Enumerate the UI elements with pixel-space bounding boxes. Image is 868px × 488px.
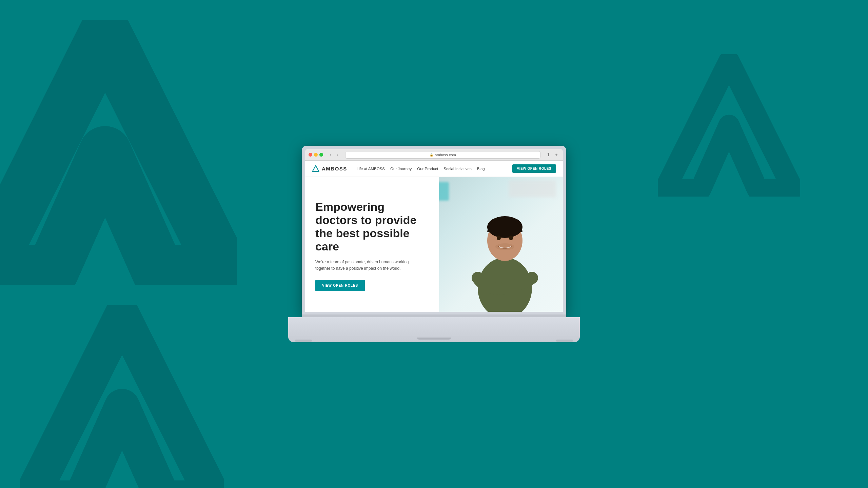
traffic-light-yellow[interactable] bbox=[314, 153, 318, 157]
browser-actions: ⬆ + bbox=[545, 152, 559, 158]
nav-link-social[interactable]: Social Initiatives bbox=[443, 167, 471, 171]
address-bar[interactable]: 🔒 amboss.com bbox=[345, 151, 540, 159]
nav-cta-button[interactable]: VIEW OPEN ROLES bbox=[512, 164, 556, 173]
svg-point-9 bbox=[509, 236, 513, 240]
lock-icon: 🔒 bbox=[430, 153, 433, 157]
traffic-light-red[interactable] bbox=[309, 153, 312, 157]
nav-link-journey[interactable]: Our Journey bbox=[390, 167, 412, 171]
nav-link-product[interactable]: Our Product bbox=[417, 167, 438, 171]
site-logo: AMBOSS bbox=[312, 165, 347, 172]
hero-cta-button[interactable]: VIEW OPEN ROLES bbox=[315, 280, 365, 291]
hero-content-left: Empowering doctors to provide the best p… bbox=[305, 177, 439, 312]
hero-image-right bbox=[418, 177, 563, 312]
logo-triangle-icon bbox=[312, 165, 319, 172]
bg-logo-bottom bbox=[20, 305, 224, 488]
hero-headline: Empowering doctors to provide the best p… bbox=[315, 200, 429, 253]
laptop-feet-right bbox=[556, 340, 573, 342]
new-tab-icon[interactable]: + bbox=[553, 152, 559, 158]
svg-marker-1 bbox=[31, 315, 214, 488]
nav-link-blog[interactable]: Blog bbox=[477, 167, 485, 171]
svg-marker-3 bbox=[312, 165, 319, 171]
browser-nav-arrows: ‹ › bbox=[327, 152, 340, 158]
svg-point-10 bbox=[495, 243, 514, 250]
laptop-feet-left bbox=[295, 340, 312, 342]
laptop-hinge bbox=[302, 314, 566, 317]
browser-window: ‹ › 🔒 amboss.com ⬆ + bbox=[305, 149, 563, 312]
bg-logo-right bbox=[658, 54, 800, 197]
url-text: amboss.com bbox=[435, 153, 456, 157]
site-nav: AMBOSS Life at AMBOSS Our Journey Our Pr… bbox=[305, 161, 563, 177]
svg-point-8 bbox=[497, 236, 501, 240]
svg-marker-0 bbox=[0, 34, 224, 271]
browser-toolbar: ‹ › 🔒 amboss.com ⬆ + bbox=[305, 149, 563, 161]
nav-link-life[interactable]: Life at AMBOSS bbox=[357, 167, 385, 171]
share-icon[interactable]: ⬆ bbox=[545, 152, 551, 158]
nav-links: Life at AMBOSS Our Journey Our Product S… bbox=[357, 167, 512, 171]
website-content: AMBOSS Life at AMBOSS Our Journey Our Pr… bbox=[305, 161, 563, 312]
hero-section: Empowering doctors to provide the best p… bbox=[305, 177, 563, 312]
laptop-screen-bezel: ‹ › 🔒 amboss.com ⬆ + bbox=[302, 146, 566, 315]
forward-arrow[interactable]: › bbox=[334, 152, 340, 158]
laptop-notch bbox=[417, 338, 451, 340]
laptop-base bbox=[288, 314, 580, 342]
hero-subtitle: We're a team of passionate, driven human… bbox=[315, 259, 414, 272]
svg-marker-2 bbox=[665, 61, 793, 189]
back-arrow[interactable]: ‹ bbox=[327, 152, 333, 158]
traffic-lights bbox=[309, 153, 323, 157]
bg-logo-left bbox=[0, 20, 237, 285]
hero-bg bbox=[418, 177, 563, 312]
laptop-container: ‹ › 🔒 amboss.com ⬆ + bbox=[288, 146, 580, 342]
traffic-light-green[interactable] bbox=[319, 153, 323, 157]
logo-text: AMBOSS bbox=[322, 166, 347, 171]
laptop-bottom bbox=[288, 317, 580, 342]
person-figure bbox=[457, 183, 552, 312]
